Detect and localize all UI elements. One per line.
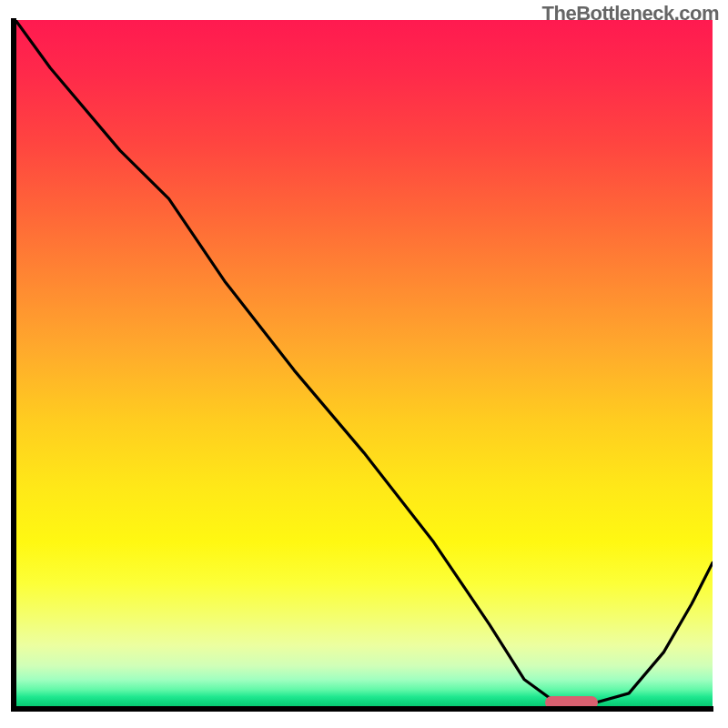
plot-area — [15, 20, 713, 707]
y-axis — [11, 18, 16, 710]
x-axis — [11, 706, 713, 712]
bottleneck-curve-path — [15, 20, 713, 705]
bottleneck-chart: TheBottleneck.com — [0, 0, 728, 728]
curve-layer — [15, 20, 713, 707]
